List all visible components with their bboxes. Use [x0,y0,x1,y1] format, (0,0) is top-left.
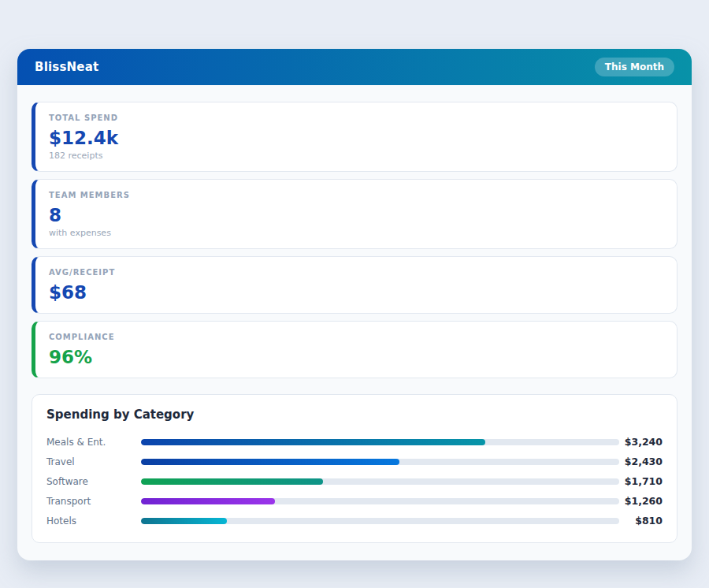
stat-card-list: TOTAL SPEND $12.4k 182 receipts TEAM MEM… [32,102,677,378]
bar-track [141,439,619,445]
stat-value: $12.4k [49,127,663,149]
stat-card: AVG/RECEIPT $68 [32,256,677,314]
bar-fill [141,518,227,524]
bar-track [141,459,619,465]
stat-value: $68 [49,281,663,303]
chart-row: Software $1,710 [46,471,663,491]
stat-card: TOTAL SPEND $12.4k 182 receipts [32,102,677,172]
stat-card: TEAM MEMBERS 8 with expenses [32,179,677,249]
bar-fill [141,459,399,465]
period-badge[interactable]: This Month [595,58,674,76]
category-value: $1,710 [619,475,663,487]
category-value: $2,430 [619,456,663,467]
category-value: $3,240 [619,436,663,448]
stat-card: COMPLIANCE 96% [32,321,677,378]
stat-label: AVG/RECEIPT [49,267,663,278]
stat-label: TOTAL SPEND [49,113,663,124]
bar-fill [141,439,485,445]
category-value: $1,260 [619,495,663,507]
bar-track [141,478,619,485]
category-value: $810 [619,515,663,527]
app-header: BlissNeat This Month [17,49,692,85]
stat-subtext: with expenses [49,228,663,239]
app-title: BlissNeat [35,60,98,74]
chart-rows: Meals & Ent. $3,240 Travel $2,430 Softwa… [46,432,663,530]
category-label: Meals & Ent. [46,437,141,448]
category-label: Travel [46,456,141,467]
category-label: Transport [46,496,141,507]
chart-title: Spending by Category [46,408,663,422]
bar-fill [141,498,275,504]
bar-track [141,498,619,504]
stat-label: COMPLIANCE [49,332,663,343]
spending-chart-card: Spending by Category Meals & Ent. $3,240… [32,394,677,543]
stat-subtext: 182 receipts [49,151,663,162]
stat-label: TEAM MEMBERS [49,190,663,201]
stat-value: 8 [49,204,663,226]
chart-row: Hotels $810 [46,511,663,530]
chart-row: Meals & Ent. $3,240 [46,432,663,452]
chart-row: Travel $2,430 [46,452,663,471]
dashboard-panel: BlissNeat This Month TOTAL SPEND $12.4k … [17,49,692,560]
bar-fill [141,478,323,485]
bar-track [141,518,619,524]
category-label: Software [46,476,141,487]
stat-value: 96% [49,346,663,368]
dashboard-content: TOTAL SPEND $12.4k 182 receipts TEAM MEM… [17,85,692,560]
category-label: Hotels [46,515,141,527]
chart-row: Transport $1,260 [46,491,663,511]
